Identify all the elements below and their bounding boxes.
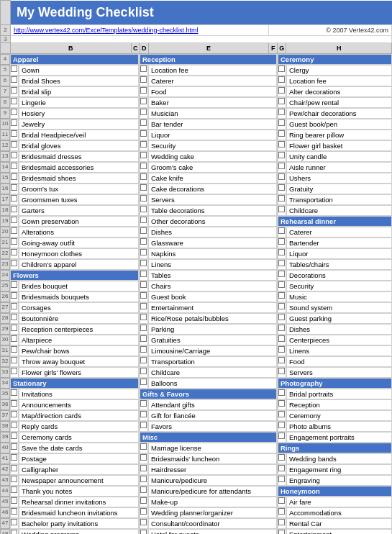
checkbox[interactable]	[11, 130, 17, 137]
checkbox[interactable]	[140, 271, 147, 277]
checkbox[interactable]	[278, 411, 285, 417]
checkbox[interactable]	[11, 454, 17, 461]
checkbox[interactable]	[278, 260, 285, 266]
checkbox[interactable]	[140, 217, 147, 223]
checkbox[interactable]	[278, 87, 285, 94]
checkbox[interactable]	[278, 508, 285, 515]
checkbox[interactable]	[278, 184, 285, 191]
checkbox[interactable]	[140, 65, 147, 72]
checkbox[interactable]	[140, 227, 147, 234]
checkbox[interactable]	[278, 281, 285, 288]
checkbox[interactable]	[140, 76, 147, 83]
checkbox[interactable]	[140, 119, 147, 126]
checkbox[interactable]	[11, 184, 17, 191]
checkbox[interactable]	[278, 98, 285, 104]
checkbox[interactable]	[278, 465, 285, 471]
checkbox[interactable]	[11, 433, 17, 439]
checkbox[interactable]	[140, 87, 147, 94]
checkbox[interactable]	[140, 497, 147, 504]
checkbox[interactable]	[11, 303, 17, 309]
checkbox[interactable]	[11, 335, 17, 342]
checkbox[interactable]	[278, 163, 285, 169]
checkbox[interactable]	[278, 389, 285, 396]
checkbox[interactable]	[11, 238, 17, 245]
checkbox[interactable]	[140, 130, 147, 137]
checkbox[interactable]	[140, 163, 147, 169]
checkbox[interactable]	[278, 422, 285, 428]
checkbox[interactable]	[11, 519, 17, 525]
checkbox[interactable]	[140, 454, 147, 461]
checkbox[interactable]	[278, 173, 285, 180]
checkbox[interactable]	[278, 292, 285, 299]
checkbox[interactable]	[140, 411, 147, 417]
checkbox[interactable]	[11, 389, 17, 396]
checkbox[interactable]	[140, 325, 147, 331]
checkbox[interactable]	[11, 65, 17, 72]
checkbox[interactable]	[140, 487, 147, 493]
checkbox[interactable]	[11, 325, 17, 331]
checkbox[interactable]	[140, 314, 147, 320]
checkbox[interactable]	[278, 227, 285, 234]
checkbox[interactable]	[278, 357, 285, 363]
checkbox[interactable]	[11, 346, 17, 353]
checkbox[interactable]	[140, 141, 147, 148]
checkbox[interactable]	[11, 508, 17, 515]
checkbox[interactable]	[278, 119, 285, 126]
checkbox[interactable]	[278, 271, 285, 277]
checkbox[interactable]	[278, 346, 285, 353]
checkbox[interactable]	[140, 260, 147, 266]
checkbox[interactable]	[140, 400, 147, 407]
checkbox[interactable]	[11, 357, 17, 363]
checkbox[interactable]	[140, 303, 147, 309]
checkbox[interactable]	[11, 98, 17, 104]
checkbox[interactable]	[140, 443, 147, 450]
checkbox[interactable]	[11, 206, 17, 212]
checkbox[interactable]	[11, 314, 17, 320]
checkbox[interactable]	[140, 357, 147, 363]
checkbox[interactable]	[11, 443, 17, 450]
checkbox[interactable]	[11, 141, 17, 148]
checkbox[interactable]	[278, 195, 285, 202]
checkbox[interactable]	[278, 109, 285, 115]
checkbox[interactable]	[278, 76, 285, 83]
checkbox[interactable]	[11, 292, 17, 299]
checkbox[interactable]	[11, 217, 17, 223]
checkbox[interactable]	[11, 368, 17, 374]
checkbox[interactable]	[11, 400, 17, 407]
checkbox[interactable]	[140, 109, 147, 115]
url-cell[interactable]: http://www.vertex42.com/ExcelTemplates/w…	[10, 24, 268, 35]
checkbox[interactable]	[11, 422, 17, 428]
checkbox[interactable]	[140, 98, 147, 104]
checkbox[interactable]	[11, 476, 17, 482]
checkbox[interactable]	[140, 465, 147, 471]
checkbox[interactable]	[11, 195, 17, 202]
checkbox[interactable]	[140, 195, 147, 202]
checkbox[interactable]	[140, 519, 147, 525]
checkbox[interactable]	[278, 400, 285, 407]
checkbox[interactable]	[140, 281, 147, 288]
checkbox[interactable]	[140, 530, 147, 535]
checkbox[interactable]	[278, 314, 285, 320]
checkbox[interactable]	[11, 497, 17, 504]
checkbox[interactable]	[140, 508, 147, 515]
checkbox[interactable]	[278, 303, 285, 309]
checkbox[interactable]	[140, 476, 147, 482]
checkbox[interactable]	[140, 206, 147, 212]
checkbox[interactable]	[11, 109, 17, 115]
checkbox[interactable]	[278, 325, 285, 331]
checkbox[interactable]	[140, 238, 147, 245]
checkbox[interactable]	[140, 335, 147, 342]
checkbox[interactable]	[140, 379, 147, 385]
checkbox[interactable]	[11, 227, 17, 234]
checkbox[interactable]	[11, 487, 17, 493]
checkbox[interactable]	[11, 465, 17, 471]
checkbox[interactable]	[278, 454, 285, 461]
checkbox[interactable]	[11, 260, 17, 266]
checkbox[interactable]	[140, 173, 147, 180]
checkbox[interactable]	[278, 238, 285, 245]
checkbox[interactable]	[278, 476, 285, 482]
checkbox[interactable]	[11, 411, 17, 417]
checkbox[interactable]	[140, 422, 147, 428]
checkbox[interactable]	[140, 184, 147, 191]
checkbox[interactable]	[278, 335, 285, 342]
